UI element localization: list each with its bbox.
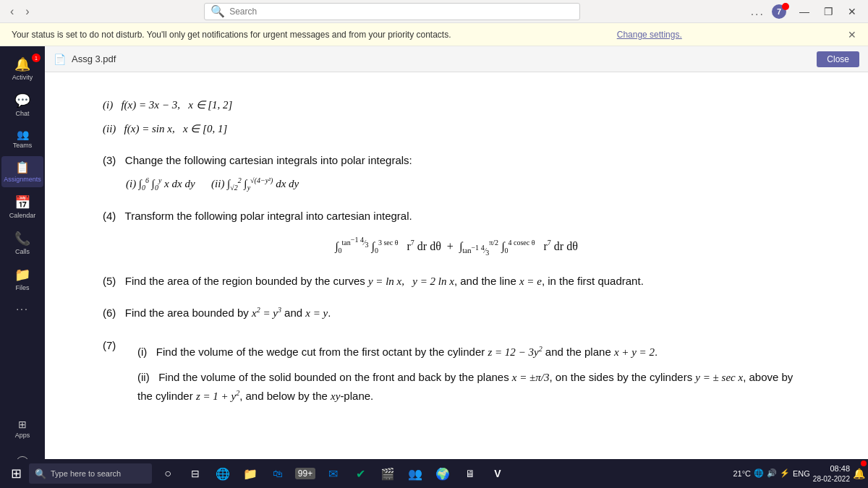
problem-7-i: (i) Find the volume of the wedge cut fro… <box>137 343 810 362</box>
taskbar-search-label: Type here to search <box>51 469 121 478</box>
taskbar-icons: ○ ⊟ 🌐 📁 🛍 99+ ✉ ✔ 🎬 👥 🌍 <box>155 461 511 487</box>
explorer-icon: 📁 <box>243 467 258 481</box>
taskview-icon: ⊟ <box>191 468 200 479</box>
change-settings-link[interactable]: Change settings. <box>617 30 682 40</box>
search-icon: 🔍 <box>210 4 225 18</box>
start-button[interactable]: ⊞ <box>3 461 29 487</box>
problem-3-text: (3) Change the following cartesian integ… <box>103 151 810 170</box>
taskbar-icon-v[interactable]: V <box>485 461 511 487</box>
notification-badge-button[interactable]: 7 <box>767 3 791 20</box>
store-icon: 🛍 <box>273 468 283 479</box>
search-bar[interactable]: 🔍 <box>204 3 580 20</box>
problem-4-text: (4) Transform the following polar integr… <box>103 207 810 226</box>
chat-icon: 💬 <box>14 93 30 108</box>
sidebar-item-apps[interactable]: ⊞ Apps <box>1 414 43 443</box>
sidebar-item-calls-label: Calls <box>15 248 30 255</box>
taskbar-badge-99[interactable]: 99+ <box>292 461 318 487</box>
nav-buttons: ‹ › <box>6 4 34 20</box>
status-bar: Your status is set to do not disturb. Yo… <box>0 23 868 46</box>
taskbar-icon-browser2[interactable]: 🌍 <box>430 461 456 487</box>
problem-i-text: (i) f(x) = 3x − 3, x ∈ [1, 2] <box>103 99 232 111</box>
taskbar-icon-edge[interactable]: 🌐 <box>210 461 236 487</box>
problem-3-parts: (i) ∫06 ∫0y x dx dy (ii) ∫√22 ∫y√(4−y²) … <box>126 174 810 194</box>
forward-button[interactable]: › <box>21 4 33 20</box>
problem-7-ii: (ii) Find the volume of the solid bounde… <box>137 368 810 406</box>
problem-line-i: (i) f(x) = 3x − 3, x ∈ [1, 2] <box>103 95 810 115</box>
sidebar: 🔔 Activity 1 💬 Chat 👥 Teams 📋 Assignment… <box>0 46 45 488</box>
taskbar-icon-monitor[interactable]: 🖥 <box>457 461 483 487</box>
taskbar-volume-icon: 🔊 <box>767 468 777 478</box>
problem-4: (4) Transform the following polar integr… <box>103 207 810 259</box>
pdf-file-icon: 📄 <box>54 53 66 65</box>
minimize-button[interactable]: — <box>793 4 815 19</box>
search-input[interactable] <box>229 7 574 17</box>
calls-icon: 📞 <box>14 231 30 247</box>
tab-bar: 📄 Assg 3.pdf Close <box>45 46 868 72</box>
taskbar-time: 08:48 28-02-2022 <box>813 463 850 483</box>
edge-icon: 🌐 <box>216 467 230 481</box>
titlebar-left: ‹ › <box>6 4 34 20</box>
taskbar-search-icon: 🔍 <box>35 468 46 479</box>
taskbar-battery-icon: ⚡ <box>780 468 790 478</box>
more-label: ... <box>751 5 765 18</box>
taskbar-icon-explorer[interactable]: 📁 <box>237 461 263 487</box>
taskbar-icon-media[interactable]: 🎬 <box>375 461 401 487</box>
status-message: Your status is set to do not disturb. Yo… <box>12 30 451 40</box>
taskbar-search-box[interactable]: 🔍 Type here to search <box>29 463 152 484</box>
sidebar-item-files[interactable]: 📁 Files <box>1 262 43 296</box>
close-window-button[interactable]: ✕ <box>842 4 862 19</box>
taskbar-icon-mail[interactable]: ✉ <box>320 461 346 487</box>
problem-subparts-1: (i) f(x) = 3x − 3, x ∈ [1, 2] (ii) f(x) … <box>103 95 810 138</box>
problem-5-text: (5) Find the area of the region bounded … <box>103 272 810 291</box>
close-tab-button[interactable]: Close <box>817 51 859 67</box>
more-icon: ··· <box>16 303 29 314</box>
taskbar-icon-green[interactable]: ✔ <box>347 461 373 487</box>
sidebar-item-calendar[interactable]: 📅 Calendar <box>1 190 43 223</box>
cortana-icon: ○ <box>164 467 171 480</box>
assignments-icon: 📋 <box>15 160 30 174</box>
problem-6-text: (6) Find the area bounded by x2 = y3 and… <box>103 304 810 323</box>
titlebar-right: ... 7 — ❐ ✕ <box>751 3 862 20</box>
badge-99-icon: 99+ <box>295 468 315 479</box>
taskbar-icon-cortana[interactable]: ○ <box>155 461 181 487</box>
content-area: 📄 Assg 3.pdf Close (i) f(x) = 3x − 3, x … <box>45 46 868 488</box>
date-display: 28-02-2022 <box>813 474 850 484</box>
sidebar-item-calls[interactable]: 📞 Calls <box>1 226 43 260</box>
maximize-button[interactable]: ❐ <box>818 4 839 19</box>
taskbar: ⊞ 🔍 Type here to search ○ ⊟ 🌐 📁 🛍 99+ ✉ … <box>0 459 868 488</box>
monitor-icon: 🖥 <box>465 468 475 479</box>
apps-icon: ⊞ <box>18 419 27 430</box>
taskbar-lang: ENG <box>793 469 810 478</box>
sidebar-item-apps-label: Apps <box>15 432 30 439</box>
problem-3: (3) Change the following cartesian integ… <box>103 151 810 194</box>
sidebar-item-teams[interactable]: 👥 Teams <box>1 124 43 153</box>
sidebar-item-chat[interactable]: 💬 Chat <box>1 88 43 121</box>
taskbar-icon-taskview[interactable]: ⊟ <box>182 461 208 487</box>
problem-line-ii: (ii) f(x) = sin x, x ∈ [0, 1] <box>103 119 810 139</box>
statusbar-close-button[interactable]: ✕ <box>848 29 856 40</box>
start-icon: ⊞ <box>11 466 22 481</box>
pdf-content[interactable]: (i) f(x) = 3x − 3, x ∈ [1, 2] (ii) f(x) … <box>45 72 868 488</box>
teams-badge <box>861 461 867 466</box>
sidebar-item-activity[interactable]: 🔔 Activity 1 <box>1 52 43 85</box>
titlebar: ‹ › 🔍 ... 7 — ❐ ✕ <box>0 0 868 23</box>
sidebar-item-activity-label: Activity <box>12 74 33 81</box>
problem-4-integral: ∫0tan−1 4⁄3 ∫03 sec θ r7 dr dθ + ∫tan−1 … <box>103 234 810 259</box>
sidebar-item-more[interactable]: ··· <box>1 299 43 319</box>
sidebar-item-calendar-label: Calendar <box>9 212 36 219</box>
taskbar-icon-teams[interactable]: 👥 <box>402 461 428 487</box>
problem-5: (5) Find the area of the region bounded … <box>103 272 810 291</box>
activity-icon: 🔔 <box>14 56 30 72</box>
green-icon: ✔ <box>356 467 365 481</box>
problem-6: (6) Find the area bounded by x2 = y3 and… <box>103 304 810 323</box>
activity-badge: 1 <box>32 53 41 62</box>
browser2-icon: 🌍 <box>435 467 450 481</box>
v-icon: V <box>494 468 501 479</box>
notification-icon[interactable]: 🔔 <box>853 468 865 479</box>
time-display: 08:48 <box>813 463 850 474</box>
calendar-icon: 📅 <box>14 194 30 210</box>
main-layout: 🔔 Activity 1 💬 Chat 👥 Teams 📋 Assignment… <box>0 46 868 488</box>
sidebar-item-assignments[interactable]: 📋 Assignments <box>1 156 43 187</box>
back-button[interactable]: ‹ <box>6 4 18 20</box>
taskbar-icon-store[interactable]: 🛍 <box>265 461 291 487</box>
